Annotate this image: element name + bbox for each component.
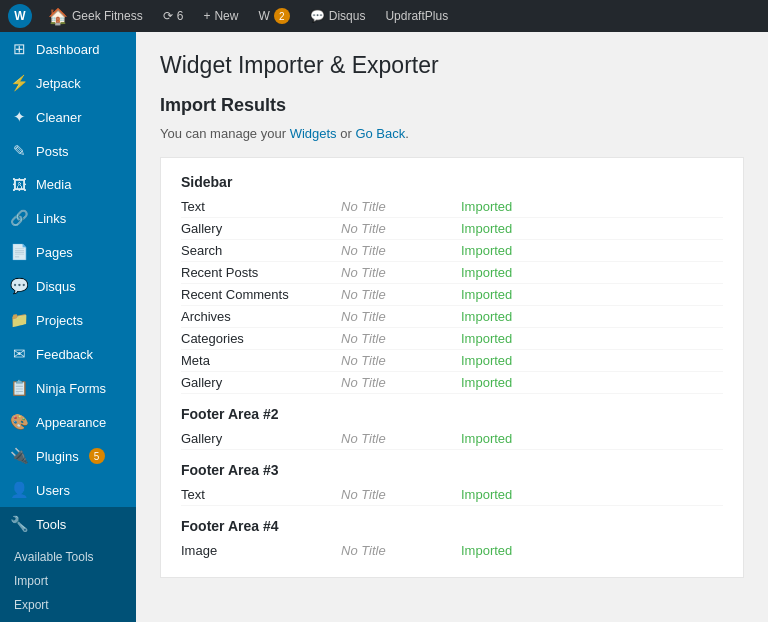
wp-logo[interactable]: W	[8, 4, 32, 28]
content-area: Widget Importer & Exporter Import Result…	[136, 32, 768, 622]
widget-title: No Title	[341, 265, 461, 280]
sidebar-item-links[interactable]: 🔗 Links	[0, 201, 136, 235]
widget-type: Categories	[181, 331, 341, 346]
widget-title: No Title	[341, 243, 461, 258]
users-icon: 👤	[10, 481, 28, 499]
widget-status: Imported	[461, 487, 512, 502]
widget-row: Archives No Title Imported	[181, 306, 723, 328]
section-title: Import Results	[160, 95, 744, 116]
ninja-forms-icon: 📋	[10, 379, 28, 397]
widget-status: Imported	[461, 265, 512, 280]
widget-type: Search	[181, 243, 341, 258]
widget-status: Imported	[461, 199, 512, 214]
sidebar: ⊞ Dashboard ⚡ Jetpack ✦ Cleaner ✎ Posts …	[0, 32, 136, 622]
widget-type: Archives	[181, 309, 341, 324]
widget-title: No Title	[341, 309, 461, 324]
widget-status: Imported	[461, 331, 512, 346]
widget-type: Gallery	[181, 431, 341, 446]
links-icon: 🔗	[10, 209, 28, 227]
widget-row: Recent Comments No Title Imported	[181, 284, 723, 306]
section-header-footer3: Footer Area #3	[181, 462, 723, 478]
sidebar-item-cleaner[interactable]: ✦ Cleaner	[0, 100, 136, 134]
sidebar-label-tools: Tools	[36, 517, 66, 532]
sidebar-item-plugins[interactable]: 🔌 Plugins 5	[0, 439, 136, 473]
sidebar-label-pages: Pages	[36, 245, 73, 260]
widget-row: Gallery No Title Imported	[181, 372, 723, 394]
section-header-footer2: Footer Area #2	[181, 406, 723, 422]
plugins-icon: 🔌	[10, 447, 28, 465]
sidebar-item-feedback[interactable]: ✉ Feedback	[0, 337, 136, 371]
go-back-link[interactable]: Go Back	[355, 126, 405, 141]
widget-row: Categories No Title Imported	[181, 328, 723, 350]
sidebar-item-posts[interactable]: ✎ Posts	[0, 134, 136, 168]
sidebar-label-projects: Projects	[36, 313, 83, 328]
woo-badge: 2	[274, 8, 290, 24]
section-header-footer4: Footer Area #4	[181, 518, 723, 534]
sidebar-label-feedback: Feedback	[36, 347, 93, 362]
admin-bar-updates[interactable]: ⟳ 6	[155, 0, 192, 32]
home-icon: 🏠	[48, 7, 68, 26]
sidebar-item-appearance[interactable]: 🎨 Appearance	[0, 405, 136, 439]
widget-row: Image No Title Imported	[181, 540, 723, 561]
widget-type: Gallery	[181, 375, 341, 390]
page-title: Widget Importer & Exporter	[160, 52, 744, 79]
admin-bar-site[interactable]: 🏠 Geek Fitness	[40, 0, 151, 32]
disqus-icon: 💬	[310, 9, 325, 23]
pages-icon: 📄	[10, 243, 28, 261]
widget-type: Meta	[181, 353, 341, 368]
sidebar-label-posts: Posts	[36, 144, 69, 159]
updates-count: 6	[177, 9, 184, 23]
admin-bar-new[interactable]: + New	[195, 0, 246, 32]
sidebar-label-links: Links	[36, 211, 66, 226]
widget-row: Gallery No Title Imported	[181, 218, 723, 240]
admin-bar-disqus[interactable]: 💬 Disqus	[302, 0, 374, 32]
sidebar-item-disqus[interactable]: 💬 Disqus	[0, 269, 136, 303]
or-text: or	[337, 126, 356, 141]
admin-bar-updraft[interactable]: UpdraftPlus	[377, 0, 456, 32]
manage-text-prefix: You can manage your	[160, 126, 290, 141]
tools-icon: 🔧	[10, 515, 28, 533]
period-text: .	[405, 126, 409, 141]
widgets-link[interactable]: Widgets	[290, 126, 337, 141]
sidebar-item-dashboard[interactable]: ⊞ Dashboard	[0, 32, 136, 66]
submenu-import[interactable]: Import	[0, 569, 136, 593]
sidebar-label-disqus: Disqus	[36, 279, 76, 294]
section-header-sidebar: Sidebar	[181, 174, 723, 190]
widget-type: Gallery	[181, 221, 341, 236]
widget-title: No Title	[341, 487, 461, 502]
widget-status: Imported	[461, 243, 512, 258]
sidebar-item-jetpack[interactable]: ⚡ Jetpack	[0, 66, 136, 100]
sidebar-item-ninja-forms[interactable]: 📋 Ninja Forms	[0, 371, 136, 405]
submenu-export[interactable]: Export	[0, 593, 136, 617]
widget-row: Text No Title Imported	[181, 484, 723, 506]
admin-bar-woo[interactable]: W 2	[250, 0, 297, 32]
updates-icon: ⟳	[163, 9, 173, 23]
widget-title: No Title	[341, 331, 461, 346]
widget-status: Imported	[461, 287, 512, 302]
sidebar-item-media[interactable]: 🖼 Media	[0, 168, 136, 201]
sidebar-item-tools[interactable]: 🔧 Tools	[0, 507, 136, 541]
widget-title: No Title	[341, 221, 461, 236]
admin-bar: W 🏠 Geek Fitness ⟳ 6 + New W 2 💬 Disqus …	[0, 0, 768, 32]
sidebar-item-projects[interactable]: 📁 Projects	[0, 303, 136, 337]
widget-type: Image	[181, 543, 341, 558]
widget-status: Imported	[461, 309, 512, 324]
sidebar-label-users: Users	[36, 483, 70, 498]
sidebar-item-pages[interactable]: 📄 Pages	[0, 235, 136, 269]
sidebar-label-dashboard: Dashboard	[36, 42, 100, 57]
widget-type: Recent Posts	[181, 265, 341, 280]
submenu-available-tools[interactable]: Available Tools	[0, 545, 136, 569]
submenu-widget-importer[interactable]: Widget Importer & Exporter	[0, 617, 136, 622]
posts-icon: ✎	[10, 142, 28, 160]
sidebar-label-cleaner: Cleaner	[36, 110, 82, 125]
widget-row: Search No Title Imported	[181, 240, 723, 262]
sidebar-item-users[interactable]: 👤 Users	[0, 473, 136, 507]
widget-status: Imported	[461, 221, 512, 236]
updraft-label: UpdraftPlus	[385, 9, 448, 23]
site-name: Geek Fitness	[72, 9, 143, 23]
results-container: Sidebar Text No Title Imported Gallery N…	[160, 157, 744, 578]
widget-row: Meta No Title Imported	[181, 350, 723, 372]
sidebar-label-ninja-forms: Ninja Forms	[36, 381, 106, 396]
widget-row: Gallery No Title Imported	[181, 428, 723, 450]
plus-icon: +	[203, 9, 210, 23]
